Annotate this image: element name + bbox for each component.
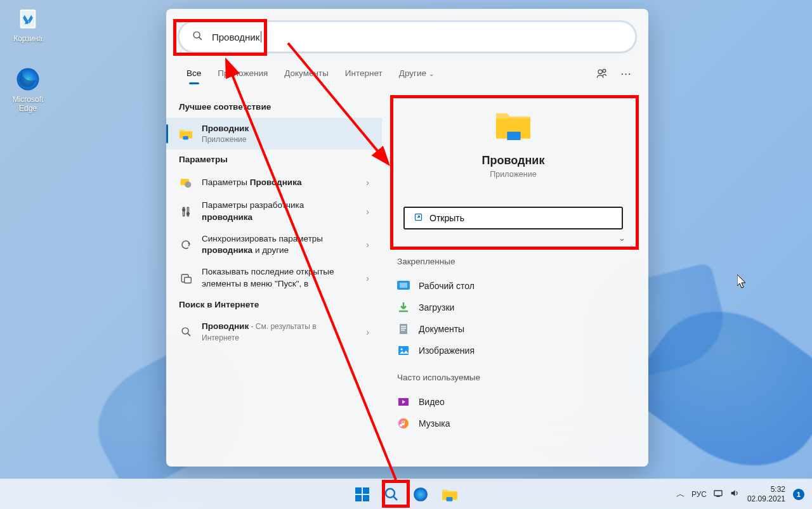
text-cursor xyxy=(261,31,261,42)
tray-network-icon[interactable] xyxy=(713,488,723,500)
tray-language[interactable]: РУС xyxy=(691,490,707,499)
svg-rect-43 xyxy=(447,497,453,501)
settings-result[interactable]: Синхронизировать параметры проводника и … xyxy=(166,228,382,261)
web-result[interactable]: Проводник - См. результаты в Интернете › xyxy=(166,316,382,349)
tray-clock[interactable]: 5:32 02.09.2021 xyxy=(747,485,785,504)
chevron-right-icon: › xyxy=(366,240,369,250)
tray-notifications-icon[interactable]: 1 xyxy=(793,489,804,500)
videos-icon xyxy=(397,396,410,408)
svg-point-17 xyxy=(182,328,188,335)
pinned-item[interactable]: Изображения xyxy=(397,340,629,361)
desktop-icon-label: Microsoft Edge xyxy=(4,95,52,113)
documents-icon xyxy=(397,323,410,335)
search-input[interactable]: Проводник xyxy=(179,22,636,52)
svg-rect-26 xyxy=(401,328,406,329)
tab-more[interactable]: Другие ⌄ xyxy=(391,63,442,84)
start-button[interactable] xyxy=(350,482,375,507)
search-icon xyxy=(179,325,193,339)
frequent-item[interactable]: Видео xyxy=(397,391,629,413)
mouse-cursor xyxy=(737,274,749,290)
svg-rect-25 xyxy=(401,326,406,327)
svg-point-29 xyxy=(401,349,403,351)
folder-options-icon xyxy=(179,176,193,190)
svg-rect-16 xyxy=(185,277,192,283)
svg-rect-44 xyxy=(714,491,722,496)
tray-chevron-up-icon[interactable]: ︿ xyxy=(676,489,685,500)
search-tabs: Все Приложения Документы Интернет Другие… xyxy=(166,63,648,84)
folder-icon xyxy=(179,127,193,141)
settings-result[interactable]: Параметры Проводника › xyxy=(166,171,382,195)
chevron-right-icon: › xyxy=(366,177,369,188)
taskbar: ︿ РУС 5:32 02.09.2021 1 xyxy=(0,479,812,509)
section-settings: Параметры xyxy=(166,150,382,171)
desktop-folder-icon xyxy=(397,280,410,292)
preview-subtitle: Приложение xyxy=(397,170,629,179)
svg-line-4 xyxy=(199,37,202,40)
svg-rect-8 xyxy=(183,136,188,140)
sync-icon xyxy=(179,238,193,252)
svg-point-41 xyxy=(414,487,428,501)
downloads-icon xyxy=(397,301,410,314)
settings-result[interactable]: Параметры разработчика проводника › xyxy=(166,195,382,228)
svg-point-5 xyxy=(598,70,601,74)
pinned-item[interactable]: Документы xyxy=(397,318,629,340)
svg-rect-36 xyxy=(363,487,369,494)
taskbar-search-button[interactable] xyxy=(379,482,404,507)
section-web-search: Поиск в Интернете xyxy=(166,295,382,316)
tray-volume-icon[interactable] xyxy=(730,488,740,500)
pinned-section-title: Закрепленные xyxy=(397,257,629,266)
svg-rect-35 xyxy=(355,487,362,494)
svg-point-13 xyxy=(183,209,185,211)
settings-result[interactable]: Показывать последние открытые элементы в… xyxy=(166,261,382,294)
chevron-right-icon: › xyxy=(366,207,369,217)
dev-settings-icon xyxy=(179,205,193,219)
svg-line-40 xyxy=(394,496,398,500)
tab-web[interactable]: Интернет xyxy=(337,63,390,84)
pinned-item[interactable]: Загрузки xyxy=(397,297,629,318)
svg-rect-37 xyxy=(355,495,362,501)
results-column: Лучшее соответствие Проводник Приложение… xyxy=(166,88,382,463)
more-options-icon[interactable]: ⋯ xyxy=(615,64,636,84)
svg-point-6 xyxy=(603,69,606,72)
svg-rect-24 xyxy=(400,324,407,334)
svg-rect-23 xyxy=(400,283,407,288)
svg-point-14 xyxy=(187,212,190,215)
chevron-right-icon: › xyxy=(366,327,369,337)
result-best-match[interactable]: Проводник Приложение xyxy=(166,118,382,150)
svg-rect-1 xyxy=(22,11,35,27)
svg-rect-27 xyxy=(401,330,405,331)
search-icon xyxy=(192,30,203,43)
svg-rect-38 xyxy=(363,495,369,501)
chevron-down-icon: ⌄ xyxy=(429,70,434,77)
music-icon xyxy=(397,417,410,430)
svg-point-3 xyxy=(193,32,200,38)
expand-chevron[interactable]: ⌄ xyxy=(397,233,629,243)
svg-line-18 xyxy=(187,333,190,336)
tab-all[interactable]: Все xyxy=(179,63,209,84)
open-external-icon xyxy=(414,212,423,224)
taskbar-explorer[interactable] xyxy=(437,482,462,507)
tab-documents[interactable]: Документы xyxy=(277,63,336,84)
chevron-right-icon: › xyxy=(366,273,369,283)
section-best-match: Лучшее соответствие xyxy=(166,97,382,118)
rewards-icon[interactable] xyxy=(591,64,612,84)
app-large-icon xyxy=(495,110,532,140)
pictures-icon xyxy=(397,344,410,357)
recent-items-icon xyxy=(179,271,193,285)
search-panel: Проводник Все Приложения Документы Интер… xyxy=(166,9,648,467)
tab-apps[interactable]: Приложения xyxy=(210,63,275,84)
desktop-icon-recycle[interactable]: Корзина xyxy=(4,5,52,43)
desktop-icon-label: Корзина xyxy=(4,34,52,43)
frequent-item[interactable]: Музыка xyxy=(397,413,629,434)
preview-title: Проводник xyxy=(397,154,629,167)
taskbar-edge[interactable] xyxy=(408,482,433,507)
frequent-section-title: Часто используемые xyxy=(397,373,629,382)
desktop-icon-edge[interactable]: Microsoft Edge xyxy=(4,66,52,113)
svg-rect-20 xyxy=(507,132,520,141)
svg-point-10 xyxy=(185,182,191,188)
search-query-text: Проводник xyxy=(212,32,259,42)
preview-pane: Проводник Приложение Открыть ⌄ Закреплен… xyxy=(382,88,648,463)
open-button[interactable]: Открыть xyxy=(403,207,623,229)
svg-point-39 xyxy=(386,489,395,498)
pinned-item[interactable]: Рабочий стол xyxy=(397,275,629,297)
